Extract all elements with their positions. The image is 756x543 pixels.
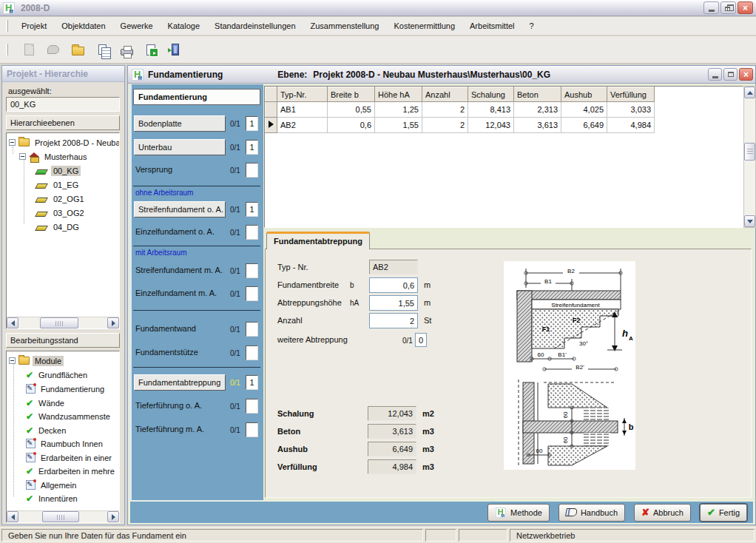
unterbau-value-field[interactable]: 1 (246, 140, 258, 155)
tree-item-module-root[interactable]: Module (9, 354, 64, 367)
einzelfundament-oa-value-field[interactable] (246, 225, 258, 240)
cell-anzahl[interactable]: 2 (422, 118, 468, 133)
methode-button[interactable]: HM Methode (487, 504, 550, 522)
restore-button[interactable] (720, 1, 736, 14)
menu-item-kostenermittlung[interactable]: Kostenermittlung (386, 18, 462, 33)
tree-horizontal-scrollbar[interactable] (7, 317, 119, 328)
tree-item-01-eg[interactable]: 01_EG (35, 178, 81, 191)
fundamentwand-value-field[interactable] (246, 322, 258, 337)
menu-item-help[interactable]: ? (522, 18, 541, 33)
row-gutter[interactable] (266, 118, 277, 133)
streifenfundament-ma-value-field[interactable] (246, 263, 258, 278)
module-item[interactable]: Erdarbeiten in einer (26, 451, 114, 464)
cell-hoehe[interactable]: 1,55 (375, 118, 422, 133)
tree-item-03-og2[interactable]: 03_OG2 (35, 206, 87, 219)
cell-anzahl[interactable]: 2 (422, 102, 468, 118)
module-item[interactable]: Fundamentierung (26, 382, 107, 395)
cell-verfuellung[interactable]: 4,984 (607, 118, 655, 133)
comment-button[interactable] (44, 40, 63, 59)
tieferfuehrung-ma-value-field[interactable] (246, 422, 258, 437)
module-item[interactable]: Wandzusammenste (26, 410, 112, 422)
abbruch-button[interactable]: Abbruch (634, 504, 691, 522)
cell-hoehe[interactable]: 1,25 (375, 102, 422, 118)
menu-item-zusammenstellung[interactable]: Zusammenstellung (303, 18, 387, 33)
column-header-breite[interactable]: Breite b (328, 87, 375, 102)
minimize-button[interactable] (703, 1, 719, 14)
cell-typ[interactable]: AB2 (277, 118, 328, 133)
exit-button[interactable] (166, 40, 185, 59)
cell-verfuellung[interactable]: 3,033 (607, 102, 655, 118)
menu-item-gewerke[interactable]: Gewerke (113, 18, 161, 33)
export-button[interactable] (141, 40, 161, 59)
table-vertical-scrollbar[interactable] (743, 86, 756, 228)
fertig-button[interactable]: Fertig (700, 504, 747, 522)
module-item[interactable]: Raumbuch Innen (26, 437, 105, 450)
tieferfuehrung-ma-label[interactable]: Tieferführung m. A. (135, 425, 204, 434)
einzelfundament-ma-value-field[interactable] (246, 286, 258, 301)
column-header-hoehe[interactable]: Höhe hA (375, 87, 422, 102)
window-minimize-button[interactable] (708, 68, 722, 81)
fundamentwand-label[interactable]: Fundamentwand (135, 324, 196, 333)
tree-item-project[interactable]: Projekt 2008-D - Neubau (9, 136, 120, 149)
window-maximize-button[interactable] (723, 68, 738, 81)
column-header-aushub[interactable]: Aushub (561, 87, 607, 102)
cell-aushub[interactable]: 6,649 (561, 118, 607, 133)
menu-item-kataloge[interactable]: Kataloge (161, 18, 207, 33)
modules-horizontal-scrollbar[interactable] (7, 510, 119, 522)
tieferfuehrung-oa-label[interactable]: Tieferführung o. A. (135, 401, 202, 410)
tree-item-00-kg[interactable]: 00_KG (35, 164, 81, 177)
cell-beton[interactable]: 2,313 (514, 102, 561, 118)
close-button[interactable]: × (738, 1, 753, 14)
cell-schalung[interactable]: 12,043 (468, 118, 514, 133)
unterbau-button[interactable]: Unterbau (134, 139, 226, 155)
einzelfundament-ma-label[interactable]: Einzelfundament m. A. (135, 289, 217, 297)
scroll-left-button[interactable] (7, 317, 18, 328)
copy-button[interactable] (92, 40, 112, 59)
window-close-button[interactable]: × (739, 68, 753, 81)
scrollbar-thumb[interactable] (744, 143, 755, 161)
tree-item-04-dg[interactable]: 04_DG (35, 220, 81, 233)
fundamentstuetze-label[interactable]: Fundamentstütze (135, 348, 198, 357)
fundamentstuetze-value-field[interactable] (246, 345, 258, 360)
column-header-verfuellung[interactable]: Verfüllung (607, 87, 655, 102)
open-button[interactable] (68, 40, 87, 59)
handbuch-button[interactable]: Handbuch (558, 504, 625, 522)
cell-aushub[interactable]: 4,025 (561, 102, 607, 118)
scroll-up-button[interactable] (744, 87, 755, 98)
module-item[interactable]: Decken (26, 424, 68, 436)
einzelfundament-oa-label[interactable]: Einzelfundament o. A. (135, 227, 215, 236)
tree-item-02-og1[interactable]: 02_OG1 (35, 192, 87, 205)
cell-beton[interactable]: 3,613 (514, 118, 561, 133)
menu-item-arbeitsmittel[interactable]: Arbeitsmittel (462, 18, 522, 33)
collapse-icon[interactable] (9, 357, 16, 364)
fundamentbreite-input[interactable]: 0,6 (369, 277, 418, 293)
versprung-label[interactable]: Versprung (135, 165, 172, 174)
abtreppungshoehe-input[interactable]: 1,55 (369, 295, 418, 311)
scroll-left-button[interactable] (7, 511, 18, 522)
weitere-abtreppung-input[interactable]: 0 (415, 333, 427, 347)
cell-typ[interactable]: AB1 (277, 102, 328, 118)
module-item[interactable]: Innentüren (26, 492, 80, 505)
cell-schalung[interactable]: 8,413 (468, 102, 514, 118)
table-row-selected[interactable]: AB2 0,6 1,55 2 12,043 3,613 6,649 4,984 (266, 118, 655, 133)
cell-breite[interactable]: 0,6 (328, 118, 375, 133)
module-item[interactable]: Allgemein (26, 479, 78, 491)
module-item[interactable]: Erdarbeiten in mehre (26, 465, 117, 477)
collapse-icon[interactable] (9, 139, 16, 146)
column-header-anzahl[interactable]: Anzahl (422, 87, 468, 102)
module-item[interactable]: Wände (26, 397, 67, 409)
collapse-icon[interactable] (19, 153, 26, 160)
tieferfuehrung-oa-value-field[interactable] (246, 399, 258, 414)
tab-fundamentabtreppung[interactable]: Fundamentabtreppung (266, 232, 370, 249)
menu-item-standardeinstellungen[interactable]: Standardeinstellungen (207, 18, 303, 33)
bodenplatte-value-field[interactable]: 1 (246, 116, 258, 131)
column-header-schalung[interactable]: Schalung (468, 87, 514, 102)
scroll-down-button[interactable] (744, 215, 755, 227)
toolbar-grip[interactable] (6, 44, 8, 55)
column-header-typ[interactable]: Typ-Nr. (277, 87, 328, 102)
menu-item-objektdaten[interactable]: Objektdaten (54, 18, 112, 33)
column-header-beton[interactable]: Beton (514, 87, 561, 102)
print-button[interactable] (117, 40, 136, 59)
tree-item-musterhaus[interactable]: Musterhaus (19, 150, 89, 163)
row-gutter[interactable] (266, 102, 277, 118)
